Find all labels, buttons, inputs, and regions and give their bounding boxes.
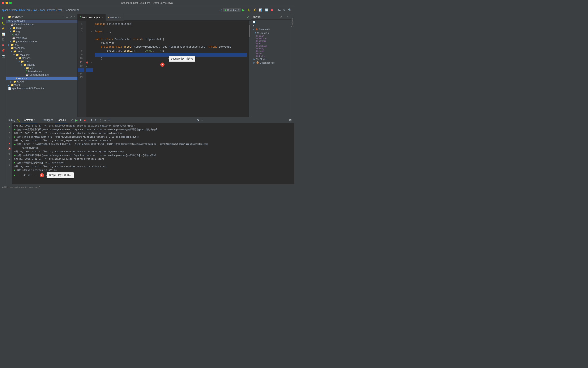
update-button[interactable]: 🔄 — [264, 8, 269, 12]
sidebar-icon-run[interactable]: ▶ — [1, 15, 6, 20]
breadcrumb-part-3[interactable]: itheima — [47, 9, 55, 11]
sidebar-icon-camera[interactable]: 📷 — [1, 53, 6, 58]
tab-close-icon[interactable]: × — [120, 16, 121, 18]
debug-tab-bootstrap[interactable]: Bootstrap × — [21, 117, 37, 123]
stop-button[interactable]: ■ — [270, 8, 274, 12]
database-label[interactable]: Database — [291, 16, 294, 29]
tab-close-icon[interactable]: × — [102, 16, 103, 18]
tree-item-root[interactable]: ▶ 📁 ROOT — [6, 80, 77, 83]
search-button[interactable]: 🔍 — [287, 8, 292, 12]
debug-more-button[interactable]: ⋮ — [98, 118, 102, 122]
debug-tab-console[interactable]: Console — [55, 117, 68, 123]
code-area[interactable]: package com.itheima.test; import ...; — [93, 20, 249, 117]
debug-layout-button[interactable]: ☰ — [107, 118, 111, 122]
tree-item-classes[interactable]: ▼ 📁 classes — [6, 56, 77, 60]
debug-maximize-button[interactable]: ⊡ — [289, 118, 292, 122]
debug-step-over-button[interactable]: ⤵ — [87, 118, 89, 122]
debug-step-into-button[interactable]: ⬇ — [90, 118, 94, 122]
debug-stop-button[interactable]: ■ — [83, 118, 86, 122]
tree-item-test[interactable]: ▶ 📁 test — [6, 43, 77, 46]
breadcrumb-part-2[interactable]: com — [40, 9, 45, 11]
tree-item-demoservlet[interactable]: C DemoServlet — [6, 19, 77, 23]
settings-button[interactable]: ⚙ — [282, 8, 286, 12]
sidebar-icon-debug[interactable]: 🐛 — [1, 20, 6, 26]
sidebar-icon-stop[interactable]: ■ — [1, 42, 6, 47]
tree-item-org[interactable]: ▶ 📁 org — [6, 30, 77, 33]
tree-item-javax[interactable]: ▶ 📁 javax — [6, 26, 77, 30]
tab-webxml[interactable]: ✦ web.xml × — [106, 14, 124, 20]
maven-close-button[interactable]: × — [286, 15, 289, 18]
tree-item-demoservlet-java[interactable]: ☕ DemoServlet.java — [6, 23, 77, 26]
debug-tab-debugger[interactable]: Debugger — [40, 117, 55, 123]
debug-restart-button[interactable]: ↺ — [71, 118, 74, 122]
maximize-button[interactable] — [9, 2, 12, 4]
debug-sidebar-mute[interactable]: 🔇 — [7, 146, 12, 151]
maven-goal-compile[interactable]: ⚙ compile — [251, 40, 291, 42]
tree-item-webapps[interactable]: ▼ 📁 webapps — [6, 46, 77, 50]
tree-item-demoservlet-java2[interactable]: ☕ DemoServlet.java — [6, 73, 77, 77]
debug-sidebar-settings[interactable]: ⚙ — [7, 162, 12, 167]
maven-settings-button[interactable]: ⚙ — [279, 15, 283, 18]
debug-sidebar-restart[interactable]: ↺ — [7, 124, 12, 129]
run-button[interactable]: ▶ — [241, 8, 246, 12]
tree-item-demoservlet2[interactable]: C DemoServlet — [6, 70, 77, 73]
tab-demoservlet[interactable]: C DemoServlet.java × — [78, 14, 106, 20]
debug-resume-button[interactable]: ▶ — [75, 118, 78, 122]
navigate-back-button[interactable]: ◁ — [219, 8, 223, 12]
profile-button[interactable]: 📊 — [258, 8, 263, 12]
sidebar-icon-profile[interactable]: 📊 — [1, 31, 6, 37]
tree-item-test2[interactable]: ▼ 📁 test — [6, 66, 77, 70]
tree-item-webinf[interactable]: ▼ 📁 WEB-INF — [6, 53, 77, 56]
tree-item-main-class[interactable]: C Main — [6, 33, 77, 36]
breadcrumb-part-4[interactable]: test — [58, 9, 62, 11]
sidebar-icon-build[interactable]: 🏗 — [1, 37, 6, 42]
maven-section-tomcat[interactable]: ▼ 🏺 Tomcat8.5 — [251, 28, 291, 31]
maven-goal-install[interactable]: ⚙ install — [251, 50, 291, 52]
debug-sidebar-scroll[interactable]: ⬇ — [7, 157, 12, 162]
maven-goal-test[interactable]: ⚙ test — [251, 42, 291, 45]
run-configuration-selector[interactable]: ▶ Bootstrap ▾ — [223, 8, 240, 12]
editor-scrollbar[interactable] — [249, 20, 251, 117]
debug-button[interactable]: 🐛 — [246, 8, 251, 12]
sidebar-icon-bookmark[interactable]: 📌 — [1, 48, 6, 53]
project-scroll-top-button[interactable]: ⊤ — [62, 15, 65, 18]
debug-step-out-button[interactable]: ⬆ — [94, 118, 98, 122]
debug-close-button[interactable]: − — [201, 118, 203, 122]
tree-item-itheima[interactable]: ▼ 📁 itheima — [6, 63, 77, 66]
debug-sidebar-clear[interactable]: 🗑 — [7, 151, 12, 156]
debug-sidebar-stop[interactable]: ■ — [7, 141, 12, 146]
editor-scrollbar-thumb[interactable] — [249, 25, 250, 37]
maven-item-download[interactable]: ⬇ — [251, 24, 291, 28]
maven-goal-verify[interactable]: ⚙ verify — [251, 47, 291, 50]
debug-sidebar-resume[interactable]: ▶ — [7, 130, 12, 135]
tree-item-webxml[interactable]: ✦ web.xml — [6, 77, 77, 80]
tree-item-demo[interactable]: ▼ 📁 demo — [6, 50, 77, 53]
debug-run-cursor-button[interactable]: ⇥ — [103, 118, 107, 122]
tab-close-icon[interactable]: × — [34, 119, 36, 121]
breadcrumb-part-0[interactable]: apache-tomcat-8.5.63-src — [2, 9, 30, 11]
tree-item-generated[interactable]: ▶ 📁 generated-sources — [6, 40, 77, 43]
maven-goal-deploy[interactable]: ⚙ deploy — [251, 55, 291, 57]
project-close-button[interactable]: × — [73, 15, 76, 18]
debug-pause-button[interactable]: ⏸ — [79, 118, 83, 122]
project-settings-button[interactable]: ⚙ — [69, 15, 73, 18]
maven-goal-site[interactable]: ⚙ site — [251, 52, 291, 55]
code-editor[interactable]: 1 2 3 4 5 6 7 8 9 10 11 12 13 — [78, 20, 251, 117]
maven-item-dependencies[interactable]: ▶ 📦 Dependencies — [251, 61, 291, 64]
minimize-button[interactable] — [5, 2, 8, 4]
debug-sidebar-pause[interactable]: ⏸ — [7, 135, 12, 140]
tree-item-work[interactable]: ▶ 📁 work — [6, 83, 77, 87]
tree-item-iml[interactable]: 📄 apache-tomcat-8.5.63-src.iml — [6, 87, 77, 90]
maven-goal-package[interactable]: ⚙ package — [251, 45, 291, 47]
project-collapse-button[interactable]: ⊥ — [65, 15, 69, 18]
maven-goal-validate[interactable]: ⚙ validate — [251, 37, 291, 40]
maven-minimize-button[interactable]: − — [283, 15, 286, 18]
maven-item-plugins[interactable]: ▶ 🔌 Plugins — [251, 57, 291, 61]
tree-item-com[interactable]: ▼ 📁 com — [6, 60, 77, 63]
tree-item-main-java[interactable]: ☕ Main.java — [6, 36, 77, 40]
close-button[interactable] — [2, 2, 4, 4]
debug-settings-button[interactable]: ⚙ — [196, 118, 200, 122]
breadcrumb-part-5[interactable]: DemoServlet — [64, 9, 79, 11]
sidebar-icon-coverage[interactable]: ⚡ — [1, 26, 6, 31]
coverage-button[interactable]: ⚡ — [252, 8, 257, 12]
